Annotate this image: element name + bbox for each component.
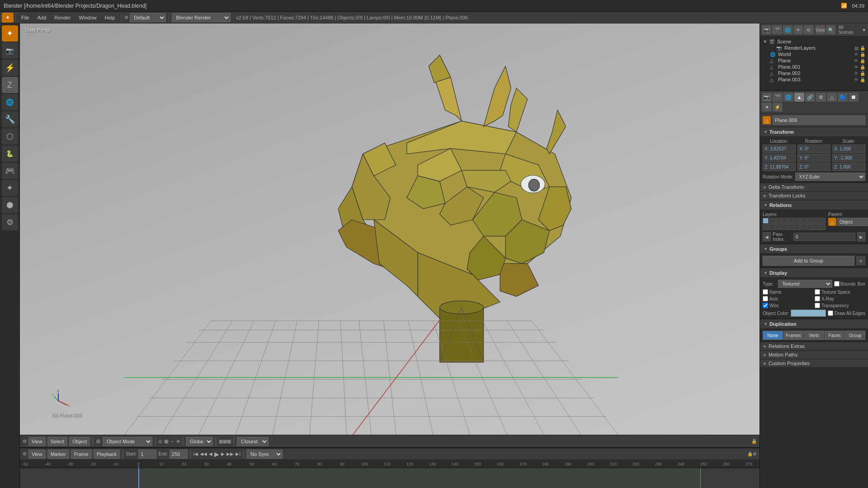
prop-texture-icon[interactable]: 🔲 [849,93,859,102]
rpanel-search-btn[interactable]: 🔍 [826,25,835,34]
outliner-icon[interactable]: Z [2,77,18,93]
name-checkbox[interactable] [763,289,768,295]
layer-10[interactable] [820,218,826,224]
layer-18[interactable] [807,224,813,230]
parent-field[interactable] [837,218,868,226]
xray-check-label[interactable]: X-Ray [815,296,865,301]
display-section-header[interactable]: ▼ Display [760,268,868,278]
end-frame-input[interactable] [170,450,188,459]
xray-checkbox[interactable] [815,296,820,301]
render-engine-selector[interactable]: Blender Render [172,13,231,22]
pass-index-next[interactable]: ▶ [857,232,865,241]
layer-9[interactable] [813,218,819,224]
view-menu-btn[interactable]: View [28,437,46,446]
add-to-group-icon[interactable]: + [856,256,865,265]
texture-space-check-label[interactable]: Texture Space [815,289,865,295]
axis-checkbox[interactable] [763,296,768,301]
texture-space-checkbox[interactable] [815,289,820,295]
layer-12[interactable] [769,224,775,230]
timeline-view-btn[interactable]: View [28,450,46,459]
script-icon[interactable]: 🐍 [2,145,18,162]
name-check-label[interactable]: Name [763,289,813,295]
mode-selector[interactable]: Object Mode [103,437,152,446]
mesh-icon[interactable]: ⬡ [2,128,18,145]
scale-x-input[interactable] [832,145,865,153]
scale-z-input[interactable] [832,163,865,171]
dup-tab-group[interactable]: Group [845,331,865,340]
dup-tab-frames[interactable]: Frames [783,331,804,340]
layer-7[interactable] [801,218,807,224]
rot-x-input[interactable] [797,145,830,153]
node-icon[interactable]: ⬢ [2,197,18,213]
prop-modifier-icon[interactable]: ⚙ [816,93,826,102]
play-btn[interactable]: ▶ [214,450,219,458]
obj-color-swatch[interactable] [791,310,826,317]
layer-19[interactable] [813,224,819,230]
wire-check-label[interactable]: Wire [763,303,813,308]
prev-frame-btn[interactable]: ◀ [209,451,212,456]
custom-properties-section[interactable]: ▶ Custom Properties [760,359,868,368]
prop-scene-icon[interactable]: 🎬 [773,93,783,102]
next-frame-btn[interactable]: ▶ [221,451,225,456]
scene-selector[interactable]: Default [130,13,166,22]
rpanel-view-btn[interactable]: View [816,25,826,34]
loc-x-input[interactable] [763,145,796,153]
loc-y-input[interactable] [763,154,796,162]
outliner-item-plane[interactable]: △ Plane 👁 🔒 [760,57,868,64]
steam-icon[interactable]: ⚙ [2,214,18,230]
display-type-select[interactable]: Textured [778,280,832,288]
window-menu[interactable]: Window [75,14,100,21]
rpanel-props-icon[interactable]: ⚙ [804,25,813,34]
transform-orientation[interactable]: Global [186,437,213,446]
layer-20[interactable] [820,224,826,230]
prop-world-icon[interactable]: 🌐 [783,93,793,102]
file-menu[interactable]: File [18,14,33,21]
rpanel-world-icon[interactable]: 🌐 [783,25,793,34]
timeline-ruler[interactable]: -50 -40 -30 -20 -10 0 10 20 30 40 50 60 … [20,460,760,468]
layer-14[interactable] [782,224,788,230]
outliner-item-plane001[interactable]: △ Plane.001 👁 🔒 [760,64,868,70]
timeline-playback-btn[interactable]: Playback [94,450,120,459]
object-menu-btn[interactable]: Object [69,437,90,446]
rpanel-view-icon[interactable]: 👁 [793,25,803,34]
groups-section-header[interactable]: ▼ Groups [760,244,868,254]
wire-checkbox[interactable] [763,303,768,308]
motion-paths-section[interactable]: ▶ Motion Paths [760,351,868,359]
layer-15[interactable] [788,224,794,230]
draw-all-edges-checkbox[interactable] [828,310,833,316]
dup-tab-faces[interactable]: Faces [825,331,845,340]
render-menu[interactable]: Render [51,14,74,21]
layer-1[interactable] [763,218,769,224]
dup-tab-none[interactable]: None [763,331,783,340]
help-menu[interactable]: Help [101,14,119,21]
axis-check-label[interactable]: Axis [763,296,813,301]
relations-extras-section[interactable]: ▶ Relations Extras [760,342,868,351]
layer-16[interactable] [794,224,800,230]
prop-particle-icon[interactable]: ✦ [762,103,772,112]
timeline-content[interactable] [20,468,760,488]
prop-physics-icon[interactable]: ⚡ [773,103,783,112]
delta-transform-section[interactable]: ▶ Delta Transform [760,183,868,192]
pass-index-input[interactable] [793,233,855,241]
next-keyframe-btn[interactable]: ▶▶ [226,451,234,456]
select-menu-btn[interactable]: Select [47,437,68,446]
transform-locks-section[interactable]: ▶ Transform Locks [760,192,868,200]
add-menu[interactable]: Add [34,14,50,21]
rot-y-input[interactable] [797,154,830,162]
layer-17[interactable] [801,224,807,230]
dup-tab-verts[interactable]: Verts [804,331,824,340]
layer-3[interactable] [775,218,781,224]
prev-keyframe-btn[interactable]: ◀◀ [200,451,207,456]
loc-z-input[interactable] [763,163,796,171]
sync-selector[interactable]: No Sync [246,450,283,459]
scale-y-input[interactable] [832,154,865,162]
timeline-marker-btn[interactable]: Marker [47,450,69,459]
prop-material-icon[interactable]: 🔵 [838,93,848,102]
outliner-item-world[interactable]: 🌐 World 👁 🔒 [760,51,868,57]
outliner-item-renderlayers[interactable]: 📷 RenderLayers ▦ 🔒 [760,45,868,51]
outliner-item-scene[interactable]: ▼ 🎬 Scene [760,38,868,45]
outliner-item-plane003[interactable]: △ Plane.003 👁 🔒 [760,76,868,83]
bounds-checkbox[interactable] [834,281,840,286]
transform-section-header[interactable]: ▼ Transform [760,127,868,137]
rotation-mode-select[interactable]: XYZ Euler [795,173,865,181]
